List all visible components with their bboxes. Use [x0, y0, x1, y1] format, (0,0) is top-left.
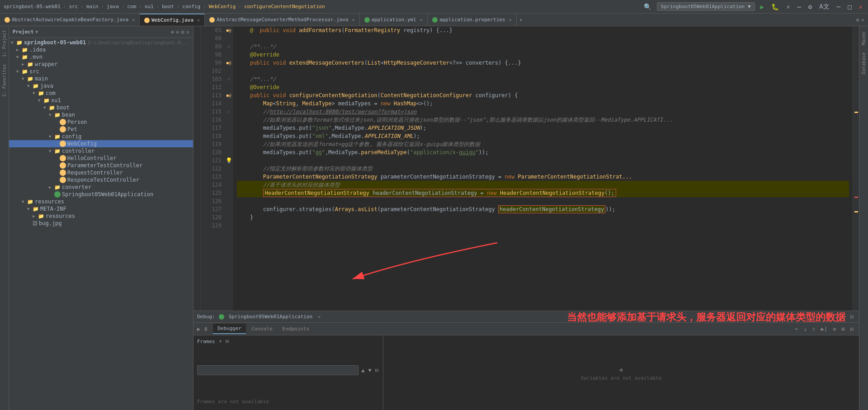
tree-item-com[interactable]: ▼ 📁 com — [9, 90, 193, 97]
tree-item-hello[interactable]: ▶ HelloController — [9, 155, 193, 162]
editor-close-icon[interactable]: ✕ — [861, 17, 864, 23]
debug-pause-icon[interactable]: ⏸ — [203, 326, 208, 332]
tree-item-pet[interactable]: ▶ Pet — [9, 126, 193, 133]
tree-item-converter[interactable]: ▶ 📁 converter — [9, 184, 193, 191]
debug-settings-icon[interactable]: ⚙ — [840, 313, 847, 321]
tab-overflow-button[interactable]: ▾ — [517, 14, 525, 26]
tree-item-request[interactable]: ▶ RequestController — [9, 169, 193, 176]
tree-item-paramtest[interactable]: ▶ ParameterTestController — [9, 162, 193, 169]
gear-icon[interactable]: ⊕ — [171, 29, 174, 35]
tree-item-java[interactable]: ▼ 📁 java — [9, 82, 193, 90]
code-line-128: } — [237, 213, 849, 221]
debug-evaluate[interactable]: ≡ — [831, 325, 838, 333]
minimize-button[interactable]: ─ — [835, 2, 842, 11]
breadcrumb-item-8: config — [182, 4, 200, 9]
debug-variables-icon[interactable]: ⊟ — [849, 325, 855, 333]
code-line-122: //指定支持解析那些参数对应的那些媒体类型 — [237, 165, 849, 173]
tab-close-1[interactable]: ✕ — [197, 18, 200, 23]
tree-item-resources[interactable]: ▼ 📁 resources — [9, 198, 193, 205]
translate-icon[interactable]: A文 — [817, 2, 831, 12]
debug-tab-endpoints[interactable]: Endpoints — [278, 324, 314, 334]
tree-label-boot: boot — [57, 104, 70, 111]
tree-item-root[interactable]: ▼ 📁 springboot-05-web01 D:\Java\springBo… — [9, 39, 193, 46]
tree-item-mvn[interactable]: ▼ 📁 .mvn — [9, 53, 193, 61]
tree-label-webconfig: WebConfig — [67, 141, 97, 147]
frame-up-btn[interactable]: ▲ — [360, 366, 365, 374]
tree-label-bean: bean — [62, 112, 75, 118]
tab-3[interactable]: application.yml ✕ — [360, 14, 428, 26]
database-tab[interactable]: Database — [861, 49, 866, 78]
tree-item-config[interactable]: ▼ 📁 config — [9, 133, 193, 140]
tree-item-wrapper[interactable]: ▶ 📁 wrapper — [9, 61, 193, 68]
tab-close-0[interactable]: ✕ — [132, 17, 135, 22]
tree-item-responce[interactable]: ▶ ResponceTestController — [9, 176, 193, 184]
project-dropdown-icon[interactable]: ▼ — [35, 29, 38, 34]
tree-item-metainf[interactable]: ▼ 📁 META-INF — [9, 205, 193, 212]
maximize-button[interactable]: □ — [846, 2, 853, 11]
search-icon[interactable]: 🔍 — [642, 2, 653, 11]
debug-step-into[interactable]: ↓ — [802, 325, 808, 333]
tree-item-controller[interactable]: ▼ 📁 controller — [9, 147, 193, 155]
collapse-icon[interactable]: ⊖ — [176, 29, 179, 35]
settings-icon[interactable]: ⚙ — [807, 2, 814, 11]
debug-button[interactable]: 🐛 — [769, 2, 781, 11]
sidebar-tab-favorites[interactable]: 2: Favorites — [2, 61, 7, 100]
debug-tab-debugger[interactable]: Debugger — [213, 324, 246, 334]
tree-arrow-root: ▼ — [11, 40, 16, 45]
debug-step-over[interactable]: ↷ — [793, 325, 800, 333]
tree-item-bean[interactable]: ▼ 📁 bean — [9, 111, 193, 118]
debug-close-icon[interactable]: ✕ — [318, 314, 321, 319]
tree-arrow-src: ▼ — [16, 69, 22, 74]
close-button[interactable]: ✕ — [857, 2, 864, 11]
maven-tab[interactable]: Maven — [861, 28, 866, 49]
debug-step-out[interactable]: ↑ — [811, 325, 817, 333]
tree-item-boot[interactable]: ▼ 📁 boot — [9, 104, 193, 111]
frame-filter-btn[interactable]: ⊟ — [374, 366, 379, 374]
sidebar-tab-project[interactable]: 1: Project — [2, 26, 7, 61]
tree-item-src[interactable]: ▼ 📁 src — [9, 68, 193, 75]
tree-item-xu1[interactable]: ▼ 📁 xu1 — [9, 97, 193, 104]
more-button[interactable]: ⋯ — [795, 2, 802, 11]
tree-item-resources-sub[interactable]: ▶ 📁 resources — [9, 212, 193, 220]
frame-down-btn[interactable]: ▼ — [368, 366, 373, 374]
tree-item-webconfig[interactable]: ▶ WebConfig — [9, 140, 193, 147]
close-panel-icon[interactable]: ✕ — [186, 29, 189, 35]
settings-icon-panel[interactable]: ⚙ — [181, 29, 184, 35]
gutter-fold-103: ⊟ — [224, 75, 233, 83]
tree-item-main[interactable]: ▼ 📁 main — [9, 75, 193, 82]
tree-item-person[interactable]: ▶ Person — [9, 118, 193, 126]
debug-run-cursor[interactable]: ▶| — [819, 325, 829, 333]
run-button[interactable]: ▶ — [759, 2, 766, 11]
gutter-bulb-120[interactable]: 💡 — [224, 156, 233, 165]
code-area[interactable]: @ public void addFormatters(FormatterReg… — [233, 26, 853, 311]
gutter-icon-65: ●@ — [224, 26, 233, 34]
debug-expand-icon[interactable]: ⊡ — [849, 313, 855, 321]
frame-filter-icon[interactable]: ⊟ — [226, 338, 229, 344]
tab-0[interactable]: AbstractAutowireCapableBeanFactory.java … — [0, 14, 140, 26]
tree-item-app[interactable]: ▶ Springboot05Web01Application — [9, 191, 193, 198]
minimap-yellow-1 — [854, 112, 858, 113]
tab-close-4[interactable]: ✕ — [509, 17, 512, 22]
profile-button[interactable]: ⚡ — [784, 2, 792, 11]
debug-play-icon[interactable]: ▶ — [197, 326, 200, 332]
debug-frames-icon[interactable]: ⊞ — [840, 325, 847, 333]
tree-item-bugjpg[interactable]: ▶ 🖼 bug.jpg — [9, 220, 193, 227]
debug-label: Debug: — [197, 314, 215, 320]
editor-settings-icon[interactable]: ⚙ — [856, 17, 859, 23]
breadcrumb-item-1: springboot-05-web01 — [4, 4, 61, 9]
tree-arrow-wrapper: ▶ — [22, 62, 27, 66]
tab-4[interactable]: application.properties ✕ — [428, 14, 517, 26]
tree-arrow-java: ▼ — [27, 84, 33, 88]
tab-close-3[interactable]: ✕ — [420, 17, 423, 22]
variables-add-btn[interactable]: + — [615, 364, 627, 376]
debug-tab-console[interactable]: Console — [247, 324, 277, 334]
tab-close-2[interactable]: ✕ — [352, 17, 354, 22]
run-config-selector[interactable]: Springboot05Web01Application ▼ — [657, 2, 755, 11]
tab-icon-3 — [364, 17, 370, 23]
tree-label-config: config — [62, 133, 81, 140]
tree-item-idea[interactable]: ▶ 📁 .idea — [9, 46, 193, 53]
tab-1[interactable]: WebConfig.java ✕ — [140, 14, 205, 26]
frame-add-icon[interactable]: + — [219, 338, 222, 344]
frames-input[interactable] — [197, 365, 359, 375]
tab-2[interactable]: AbstractMessageConverterMethodProcessor.… — [205, 14, 359, 26]
